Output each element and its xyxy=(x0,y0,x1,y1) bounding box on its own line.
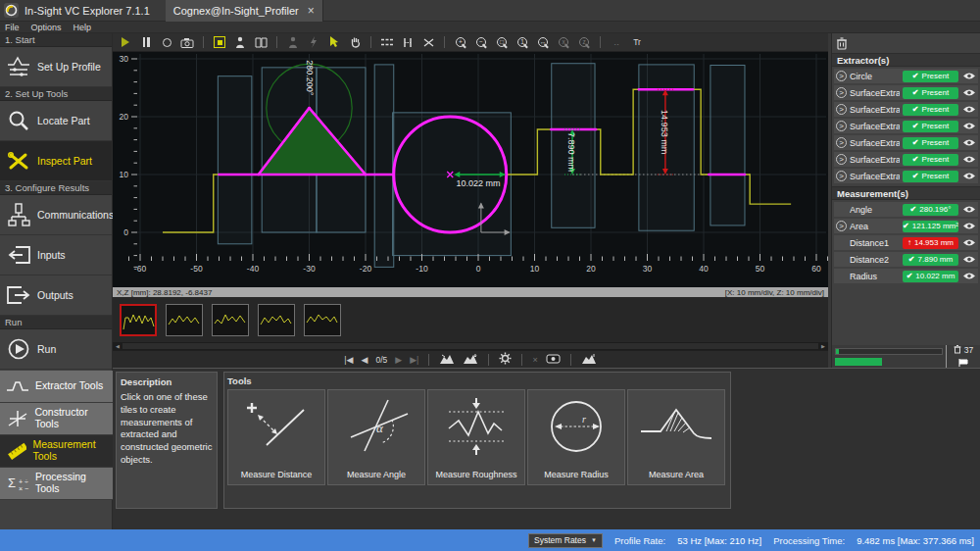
filmstrip-thumbnail[interactable] xyxy=(120,304,157,336)
category-processing-tools[interactable]: Σ+ ÷× − Processing Tools xyxy=(0,468,113,500)
load-filmstrip-icon[interactable] xyxy=(463,353,478,367)
tile-measure-distance[interactable]: Measure Distance xyxy=(227,389,325,485)
category-constructor-tools[interactable]: Constructor Tools xyxy=(0,403,113,435)
record-filmstrip-icon[interactable] xyxy=(439,353,455,367)
scroll-right-icon[interactable]: ▶ xyxy=(818,343,828,349)
calipers-icon[interactable] xyxy=(401,35,415,50)
scrollbar-track[interactable] xyxy=(122,343,818,349)
visibility-eye-icon[interactable] xyxy=(961,238,976,247)
snapshot-camera-icon[interactable] xyxy=(180,35,194,50)
sidebar-item-run[interactable]: Run xyxy=(0,329,112,370)
extractor-row[interactable]: > Circle ✔Present xyxy=(834,69,978,83)
visibility-eye-icon[interactable] xyxy=(961,222,976,230)
tile-measure-angle[interactable]: α Measure Angle xyxy=(327,389,425,485)
extractor-row[interactable]: > SurfaceExtractor_... ✔Present xyxy=(834,102,978,117)
visibility-eye-icon[interactable] xyxy=(961,172,976,180)
sidebar-item-locate-part[interactable]: Locate Part xyxy=(0,101,112,141)
measurement-row[interactable]: Distance2 ✔7.890 mm xyxy=(834,252,978,267)
fixture-icon[interactable] xyxy=(421,35,435,50)
skip-first-button[interactable]: |◀ xyxy=(344,355,353,365)
pan-hand-icon[interactable] xyxy=(348,35,362,50)
system-rates-dropdown[interactable]: System Rates ▼ xyxy=(528,533,603,548)
visibility-eye-icon[interactable] xyxy=(961,72,976,80)
previous-frame-button[interactable]: ◀ xyxy=(362,355,368,365)
expand-chevron-icon[interactable]: > xyxy=(836,137,847,148)
visibility-eye-icon[interactable] xyxy=(961,122,976,130)
menu-file[interactable]: File xyxy=(5,23,20,32)
sidebar-item-inputs[interactable]: Inputs xyxy=(0,235,112,276)
record-display-icon[interactable] xyxy=(546,353,561,367)
dots-icon[interactable]: ‥ xyxy=(610,35,623,50)
category-extractor-tools[interactable]: Extractor Tools xyxy=(0,371,113,403)
filmstrip-settings-gear-icon[interactable] xyxy=(499,352,512,367)
tile-measure-roughness[interactable]: Measure Roughness xyxy=(427,389,525,485)
sidebar-item-outputs[interactable]: Outputs xyxy=(0,276,112,316)
expand-chevron-icon[interactable]: > xyxy=(836,154,847,165)
sidebar-item-setup-profile[interactable]: Set Up Profile xyxy=(0,47,112,87)
profile-chart[interactable]: -60-50-40-30-20-100102030405060010203010… xyxy=(113,52,828,287)
tile-measure-area[interactable]: Measure Area xyxy=(627,389,725,485)
operator-view-icon[interactable] xyxy=(233,35,247,50)
menu-help[interactable]: Help xyxy=(74,23,92,32)
tab-close-icon[interactable]: × xyxy=(308,4,315,18)
expand-chevron-icon[interactable]: > xyxy=(836,104,847,115)
zoom-out-icon[interactable]: − xyxy=(474,35,488,49)
skip-last-button[interactable]: ▶| xyxy=(410,355,418,365)
filmstrip-thumbnail[interactable] xyxy=(212,304,249,336)
category-measurement-tools[interactable]: Measurement Tools xyxy=(0,435,113,468)
pointer-icon[interactable] xyxy=(327,35,341,50)
expand-chevron-icon[interactable]: > xyxy=(836,121,847,131)
expand-chevron-icon[interactable]: > xyxy=(836,221,847,231)
filmstrip-thumbnail[interactable] xyxy=(258,304,295,336)
text-labels-icon[interactable]: Tr xyxy=(630,35,644,50)
extractor-row[interactable]: > SurfaceExtractor2 ✔Present xyxy=(834,169,978,183)
measurement-row[interactable]: Radius ✔10.022 mm xyxy=(834,269,978,283)
tile-measure-radius[interactable]: r Measure Radius xyxy=(527,389,625,485)
extractor-row[interactable]: > SurfaceExtractor ✔Present xyxy=(834,85,978,100)
zoom-z-icon[interactable]: z xyxy=(577,35,591,49)
buffer-trash-icon[interactable] xyxy=(954,344,961,356)
filmstrip-scrollbar[interactable]: ◀ ▶ xyxy=(113,342,828,350)
next-frame-button[interactable]: ▶ xyxy=(395,355,402,365)
zoom-in-icon[interactable]: + xyxy=(454,35,467,49)
profile-graph-icon[interactable] xyxy=(380,35,394,50)
expand-chevron-icon[interactable]: > xyxy=(836,71,847,81)
measure-area-icon xyxy=(635,396,717,457)
record-icon[interactable] xyxy=(160,35,173,50)
user-disabled-icon[interactable] xyxy=(286,35,300,50)
zoom-one-to-one-icon[interactable]: 1 xyxy=(515,35,529,49)
scroll-left-icon[interactable]: ◀ xyxy=(113,343,122,349)
visibility-eye-icon[interactable] xyxy=(961,255,976,264)
extractor-row[interactable]: > SurfaceExtractor_... ✔Present xyxy=(834,119,978,133)
filmstrip-thumbnail[interactable] xyxy=(304,304,341,336)
measurement-row[interactable]: Distance1 ↑14.953 mm xyxy=(834,235,978,250)
pause-icon[interactable] xyxy=(139,35,153,50)
visibility-eye-icon[interactable] xyxy=(961,155,976,164)
zoom-x-icon[interactable]: x xyxy=(557,35,570,49)
zoom-region-icon[interactable]: □ xyxy=(495,35,509,49)
live-video-icon[interactable] xyxy=(213,35,226,50)
visibility-eye-icon[interactable] xyxy=(961,88,976,97)
extractor-row[interactable]: > SurfaceExtractor1 ✔Present xyxy=(834,135,978,150)
expand-chevron-icon[interactable]: > xyxy=(836,171,847,181)
visibility-eye-icon[interactable] xyxy=(961,105,976,114)
expand-chevron-icon[interactable]: > xyxy=(836,87,847,98)
visibility-eye-icon[interactable] xyxy=(961,138,976,147)
trigger-disabled-icon[interactable] xyxy=(307,35,320,50)
visibility-eye-icon[interactable] xyxy=(961,272,976,280)
extractor-row[interactable]: > SurfaceExtractor1_... ✔Present xyxy=(834,152,978,167)
cancel-record-icon[interactable]: × xyxy=(532,355,537,365)
measurement-row[interactable]: > Area ✔121.125 mm² xyxy=(834,219,978,233)
run-job-icon[interactable] xyxy=(119,35,132,50)
export-filmstrip-icon[interactable] xyxy=(581,353,597,367)
delete-trash-icon[interactable] xyxy=(836,36,848,52)
job-tab[interactable]: Cognex@In-Sight_Profiler × xyxy=(166,0,323,22)
visibility-eye-icon[interactable] xyxy=(961,205,976,214)
zoom-fit-icon[interactable]: ↔ xyxy=(536,35,550,49)
menu-options[interactable]: Options xyxy=(31,23,62,32)
filmstrip-thumbnail[interactable] xyxy=(166,304,203,336)
job-view-icon[interactable] xyxy=(254,35,268,50)
sidebar-item-inspect-part[interactable]: Inspect Part xyxy=(0,141,112,181)
measurement-row[interactable]: Angle ✔280.196° xyxy=(834,202,978,217)
sidebar-item-communications[interactable]: Communications xyxy=(0,195,112,235)
